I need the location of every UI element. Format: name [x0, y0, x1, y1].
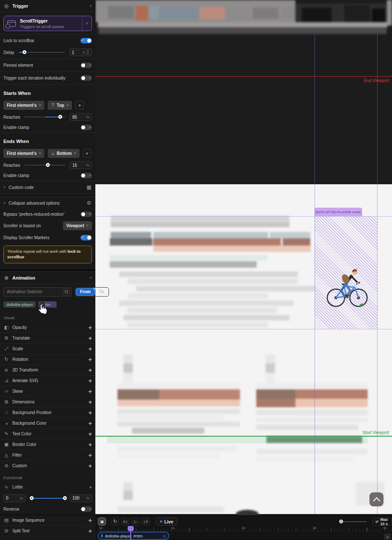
- stepper-up-icon[interactable]: ▴: [86, 49, 89, 52]
- code-panel-icon[interactable]: ▦: [86, 184, 92, 190]
- add-filter-button[interactable]: +: [89, 452, 92, 458]
- chevron-down-icon: ˅: [66, 103, 69, 107]
- starts-when-heading: Starts When: [3, 91, 31, 96]
- starts-element-dropdown[interactable]: First element's ˅: [3, 101, 44, 110]
- gear-icon[interactable]: ⚙: [86, 200, 92, 206]
- dimensions-icon: ⊞: [3, 399, 9, 405]
- starts-edge-dropdown[interactable]: ⊤ Top ˅: [48, 101, 72, 110]
- starts-reaches-slider[interactable]: [24, 114, 66, 120]
- element-picker-icon[interactable]: ⊡: [63, 289, 70, 295]
- add-custom-button[interactable]: +: [89, 463, 92, 469]
- add-dimensions-button[interactable]: +: [89, 399, 92, 405]
- play-button[interactable]: ▷: [132, 517, 140, 526]
- add-background-color-button[interactable]: +: [89, 420, 92, 426]
- lottie-range-slider[interactable]: [30, 496, 66, 501]
- lottie-max-input[interactable]: [72, 496, 82, 500]
- ends-reaches-input[interactable]: [72, 163, 83, 168]
- selector-tag-element[interactable]: dotlottie-player: [3, 301, 36, 308]
- transform-3d-icon: ⧈: [3, 367, 9, 373]
- live-dot-icon: [160, 520, 162, 523]
- skip-to-end-button[interactable]: ▷: [142, 517, 150, 526]
- starts-clamp-toggle[interactable]: ×: [80, 125, 92, 130]
- ends-reaches-slider[interactable]: [24, 163, 66, 168]
- starts-reaches-group: %: [70, 113, 92, 121]
- loop-button[interactable]: ↻: [111, 517, 119, 526]
- from-button[interactable]: From: [76, 288, 95, 296]
- timeline-zoom-slider[interactable]: [339, 521, 367, 523]
- property-row-scale: ⤢Scale+: [0, 344, 95, 354]
- starts-reaches-input[interactable]: [72, 115, 83, 120]
- animation-section-header[interactable]: ⊛ Animation ˄: [0, 272, 95, 284]
- split-text-icon: ⊟: [3, 528, 9, 534]
- scrolltrigger-dropdown[interactable]: ˅: [82, 16, 92, 31]
- plus-icon: +: [78, 102, 81, 109]
- advanced-options-row[interactable]: ˄ Collapse advanced options ⚙: [0, 197, 95, 209]
- scroll-to-top-button[interactable]: [369, 492, 383, 506]
- skip-to-start-button[interactable]: ◁: [121, 517, 129, 526]
- ends-reaches-label: Reaches: [3, 163, 20, 168]
- scroller-markers-toggle[interactable]: ✓: [80, 235, 92, 240]
- scrolltrigger-card[interactable]: ScrollTrigger Triggers on scroll events …: [3, 16, 92, 31]
- clip-resize-handle[interactable]: ||: [163, 534, 166, 538]
- timeline-ruler[interactable]: 0s 1s 2s 3s 4s: [95, 526, 392, 531]
- add-scale-button[interactable]: +: [89, 346, 92, 352]
- scrolltrigger-icon: [7, 20, 16, 27]
- add-split-text-button[interactable]: +: [89, 528, 92, 534]
- bypass-motion-toggle[interactable]: ×: [80, 211, 92, 217]
- chevron-down-icon: ˅: [86, 21, 88, 26]
- custom-code-row[interactable]: ˅ Custom code ▦: [0, 181, 95, 194]
- ends-edge-value: Bottom: [57, 151, 72, 156]
- animation-selector-input[interactable]: [7, 289, 63, 294]
- inspector-sidebar: ◎ Trigger ˄ ScrollTrigger Triggers on sc…: [0, 0, 95, 540]
- lottie-min-group: %: [3, 494, 26, 502]
- iteration-toggle[interactable]: ×: [80, 75, 92, 81]
- add-opacity-button[interactable]: +: [89, 325, 92, 331]
- pinned-element-toggle[interactable]: ×: [80, 63, 92, 68]
- to-button[interactable]: To: [95, 288, 108, 296]
- chevron-up-icon[interactable]: ˄: [90, 276, 92, 280]
- lottie-min-input[interactable]: [6, 496, 17, 500]
- stepper-down-icon[interactable]: ▾: [86, 52, 89, 55]
- lock-to-scrollbar-toggle[interactable]: ✓: [80, 38, 92, 43]
- trigger-section-header[interactable]: ◎ Trigger ˄: [0, 0, 95, 12]
- add-rotation-button[interactable]: +: [89, 357, 92, 363]
- add-background-position-button[interactable]: +: [89, 410, 92, 416]
- check-icon: ✓: [81, 236, 84, 239]
- add-skew-button[interactable]: +: [89, 389, 92, 394]
- add-image-sequence-button[interactable]: +: [89, 517, 92, 523]
- timeline-mode-button[interactable]: ▣: [98, 517, 106, 526]
- ends-clamp-toggle[interactable]: ×: [80, 173, 92, 178]
- ends-edge-dropdown[interactable]: ⊥ Bottom ˅: [48, 149, 79, 158]
- collapse-advanced-label: Collapse advanced options: [9, 201, 60, 206]
- live-button[interactable]: Live: [156, 517, 177, 526]
- timeline-clip[interactable]: dotlottie-player, #rttm ||: [98, 532, 169, 540]
- next-icon: ▷: [144, 520, 147, 524]
- ends-element-dropdown[interactable]: First element's ˅: [3, 149, 44, 158]
- selected-element-overlay[interactable]: [315, 216, 377, 329]
- chevron-up-icon[interactable]: ˄: [90, 4, 92, 8]
- property-row-skew: ▱Skew+: [0, 386, 95, 397]
- property-row-translate: ⧉Translate+: [0, 333, 95, 343]
- delay-input[interactable]: [72, 50, 83, 55]
- add-track-button[interactable]: +: [384, 533, 391, 540]
- add-border-color-button[interactable]: +: [89, 442, 92, 448]
- remove-tag-button[interactable]: ×: [39, 302, 45, 308]
- remove-lottie-button[interactable]: ×: [89, 485, 92, 490]
- chevron-down-icon: ˅: [39, 103, 41, 107]
- add-translate-button[interactable]: +: [89, 335, 92, 341]
- add-text-color-button[interactable]: +: [89, 431, 92, 437]
- starts-clamp-label: Enable clamp: [3, 125, 29, 130]
- add-3d-transform-button[interactable]: +: [89, 367, 92, 373]
- scroller-dropdown[interactable]: Viewport ˅: [63, 221, 92, 230]
- close-icon: ×: [89, 212, 91, 216]
- lottie-reverse-toggle[interactable]: ×: [80, 506, 92, 512]
- property-row-split-text: ⊟Split Text+: [0, 526, 95, 536]
- timeline-panel: ▣ ↻ ◁ ▷ ▷ Live ⇄ Max 10 s 0s 1s 2s 3s 4s…: [95, 515, 392, 540]
- add-animate-svg-button[interactable]: +: [89, 378, 92, 384]
- ends-add-button[interactable]: +: [83, 149, 92, 157]
- starts-add-button[interactable]: +: [75, 101, 84, 109]
- playhead-handle[interactable]: [128, 526, 134, 531]
- delay-slider[interactable]: [19, 50, 65, 55]
- max-duration-button[interactable]: ⇄ Max 10 s: [373, 518, 392, 526]
- scale-icon: ⤢: [3, 346, 9, 351]
